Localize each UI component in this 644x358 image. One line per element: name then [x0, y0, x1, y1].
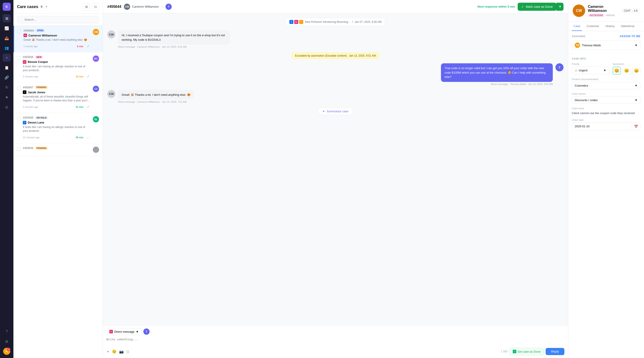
product-select[interactable]: Cosmetics ▼	[572, 82, 640, 89]
view-toggle-button[interactable]: ⊡	[92, 3, 99, 10]
case-list-item-3[interactable]: #455648 ON HOLD f Devon Lane It looks li…	[14, 113, 103, 143]
char-count: 1 000	[501, 350, 508, 353]
reply-input[interactable]	[106, 337, 564, 345]
set-done-button[interactable]: ✓ Set case as Done	[510, 348, 544, 355]
case-user-row-0: IG Cameron Williamson	[24, 34, 90, 37]
case-avatar-3: DL	[93, 116, 99, 122]
sentiment-negative-btn[interactable]: 😠	[632, 67, 640, 75]
product-field: Product (recommended) Cosmetics ▼	[572, 78, 640, 89]
nav-orders[interactable]: 📋	[3, 64, 11, 72]
case-list-item-2[interactable]: #455647 PENDING X Jacob Jones Automatica…	[14, 83, 103, 113]
sidebar-title-text: Care cases	[17, 5, 38, 9]
nav-bot[interactable]: ◎	[3, 103, 11, 111]
case-user-row-2: X Jacob Jones	[23, 90, 90, 94]
nav-home[interactable]: ⊞	[3, 14, 11, 22]
case-checkbox-1[interactable]	[17, 56, 20, 60]
ai-tool-icon[interactable]: ✦	[106, 349, 109, 354]
nav-analytics[interactable]: 📈	[3, 24, 11, 32]
nav-care[interactable]: ✦	[3, 54, 11, 62]
message-meta-1: Direct message · Cameron Williamson · Ja…	[118, 46, 230, 48]
case-avatar-4	[93, 147, 99, 153]
case-action-icon-0[interactable]: ↗	[85, 44, 90, 49]
order-date-input[interactable]	[572, 123, 632, 130]
case-status-badge-1: NEW	[35, 56, 44, 59]
message-row-3: CW Great! 🎉 Thanks a lot. I don't need a…	[107, 90, 564, 103]
sentiment-label: Sentiment	[613, 63, 640, 65]
tab-history[interactable]: History	[604, 22, 616, 31]
case-action-icon-3[interactable]: ↓	[85, 135, 90, 140]
nav-inbox[interactable]: 📥	[3, 34, 11, 42]
message-bubble-1: Hi, I received a Toutique coupon and I'm…	[118, 31, 230, 45]
image-tool-icon[interactable]: 📷	[119, 349, 124, 354]
emoji-tool-icon[interactable]: 🙂	[112, 349, 116, 354]
nav-favorites[interactable]: ★	[3, 93, 11, 101]
mark-done-button[interactable]: ✓ Mark case as Done	[518, 3, 556, 11]
case-content-1: #455646 NEW IG Bessie Cooper It looks li…	[23, 56, 90, 80]
assignee-select[interactable]: TW Theresa Webb ▼	[572, 41, 640, 50]
priority-label: Priority	[572, 63, 609, 65]
case-id-4: #455649	[23, 147, 33, 150]
header-arrow-icon: →	[160, 5, 164, 9]
nav-users[interactable]: 👥	[3, 44, 11, 52]
filter-button[interactable]: ⊞	[83, 3, 90, 10]
product-label: Product (recommended)	[572, 78, 640, 81]
assignee-chevron-icon: ▼	[634, 44, 638, 47]
sentiment-positive-btn[interactable]: 😊	[613, 67, 621, 75]
sentiment-neutral-btn[interactable]: 😐	[622, 67, 630, 75]
tab-case[interactable]: Case	[572, 22, 582, 31]
mark-done-dropdown-button[interactable]: ▼	[556, 3, 564, 11]
case-user-row-1: IG Bessie Cooper	[23, 60, 90, 64]
search-input[interactable]	[17, 16, 99, 23]
case-action-icon-2[interactable]: ↗	[85, 104, 90, 110]
nav-settings[interactable]: ⚙	[3, 337, 11, 345]
message-row-2: T That code is no longer valid but I can…	[107, 63, 564, 86]
case-list-item-0[interactable]: #455644 OPEN IG Cameron Williamson Great…	[14, 26, 103, 52]
case-header-2: #455647 PENDING	[23, 86, 90, 89]
case-time-2: 3 minutes ago	[23, 106, 38, 108]
tab-customer[interactable]: Customer	[585, 22, 601, 31]
template-tool-icon[interactable]: ⊡	[126, 349, 129, 354]
nav-profile[interactable]: JD 12	[3, 347, 11, 355]
nav-automation[interactable]: ↻	[3, 83, 11, 91]
case-info-label: CASE INFO	[572, 57, 640, 60]
sidebar-title: Care cases 6 ▼	[17, 5, 48, 9]
channel-icons: f IG T	[289, 20, 303, 24]
case-list-item-4[interactable]: #455649 PENDING	[14, 143, 103, 156]
instagram-tag: INSTAGRAM	[588, 14, 605, 17]
header-user-info: CW Cameron Williamson → T	[124, 4, 172, 10]
case-checkbox-3[interactable]	[17, 117, 20, 120]
case-checkbox-0[interactable]	[18, 30, 21, 33]
nav-integrations[interactable]: 🔗	[3, 73, 11, 82]
case-checkbox-2[interactable]	[17, 86, 20, 90]
case-issue-value: Client cannot use the coupon code they r…	[572, 111, 640, 115]
product-chevron-icon: ▼	[634, 84, 638, 87]
escalated-banner: Escalated by automation (Escalate conten…	[292, 53, 379, 59]
assign-to-me-link[interactable]: Assign to me	[620, 35, 640, 38]
reply-button[interactable]: Reply	[546, 348, 564, 355]
case-checkbox-4[interactable]	[17, 147, 20, 151]
sentiment-column: Sentiment 😊 😐 😠	[613, 63, 640, 75]
case-username-1: Bessie Cooper	[28, 60, 48, 64]
case-action-icon-1[interactable]: ↗	[85, 74, 90, 79]
sidebar-dropdown-icon[interactable]: ▼	[45, 5, 48, 8]
summarize-button[interactable]: ✦ Summarize case	[318, 108, 353, 115]
header-user-avatar: CW	[124, 4, 130, 10]
case-preview-0: Great! 🎉 Thanks a lot. I don't need anyt…	[24, 38, 90, 42]
case-reason-select[interactable]: Discounts / codes ▼	[572, 96, 640, 104]
case-content-3: #455648 ON HOLD f Devon Lane It looks li…	[23, 116, 90, 140]
case-list-item-1[interactable]: #455646 NEW IG Bessie Cooper It looks li…	[14, 52, 103, 83]
calendar-icon[interactable]: 📅	[632, 123, 640, 130]
case-header-3: #455648 ON HOLD	[23, 116, 90, 120]
priority-select[interactable]: ⚠ Urgent ▼	[572, 67, 609, 74]
nav-help[interactable]: ?	[3, 327, 11, 336]
platform-icon-3: f	[23, 121, 26, 124]
tab-salesforse[interactable]: Salesforse	[619, 22, 636, 31]
chat-header-right: Next response within 5 min ✓ Mark case a…	[478, 3, 564, 11]
reply-area: IG Direct message ▼ T ✦ 🙂 📷 ⊡ 1 000 ✓ Se…	[103, 325, 568, 358]
case-number: #455644	[107, 5, 121, 9]
case-reason-field: Case reason Discounts / codes ▼	[572, 92, 640, 104]
priority-column: Priority ⚠ Urgent ▼	[572, 63, 609, 74]
reply-channel-select[interactable]: IG Direct message ▼	[106, 328, 142, 335]
case-sla-0: 5 min	[77, 45, 84, 48]
main-chat-area: #455644 CW Cameron Williamson → T Next r…	[103, 0, 568, 358]
